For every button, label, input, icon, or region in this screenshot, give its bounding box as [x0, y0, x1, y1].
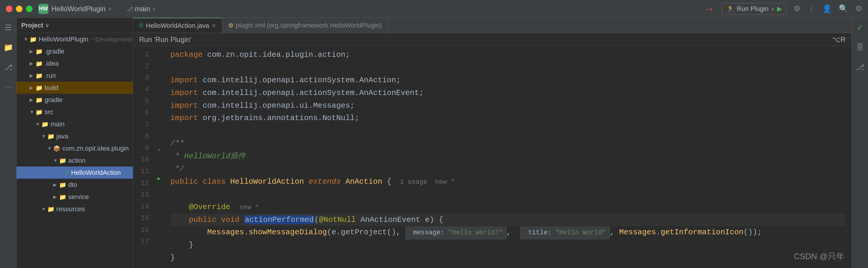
expand-arrow: ▼ — [53, 157, 58, 164]
tree-item-gradle[interactable]: ▶ 📁 gradle — [17, 94, 133, 106]
tree-item-dto[interactable]: ▶ 📁 dto — [17, 179, 133, 191]
watermark: CSDN @只年 — [794, 251, 844, 262]
tab-label: plugin.xml (org.springframework.HelloWor… — [236, 22, 382, 29]
run-plugin-button[interactable]: 🏃 Run Plugin ∨ ▶ — [722, 3, 786, 15]
project-chevron[interactable]: ∨ — [108, 6, 112, 11]
expand-arrow: ▶ — [30, 48, 34, 55]
code-line-4: import com.intellij.openapi.actionSystem… — [170, 87, 845, 99]
editor-area: © HelloWorldAction.java ✕ ⚙ plugin.xml (… — [133, 18, 851, 268]
sidebar-toggle-icon[interactable]: ☰ — [2, 21, 14, 35]
expand-arrow: ▶ — [53, 181, 58, 188]
tree-label: com.zn.opit.idea.plugin — [62, 143, 129, 153]
tree-item-gradle-dot[interactable]: ▶ 📁 .gradle — [17, 45, 133, 57]
project-view-icon[interactable]: 📁 — [1, 41, 16, 54]
tabs-bar: © HelloWorldAction.java ✕ ⚙ plugin.xml (… — [133, 18, 851, 33]
folder-icon: 📁 — [59, 193, 66, 202]
tree-item-package[interactable]: ▼ 📦 com.zn.opit.idea.plugin — [17, 142, 133, 154]
tree-item-main[interactable]: ▼ 📁 main — [17, 118, 133, 130]
java-file-icon: © — [65, 168, 69, 177]
project-header-chevron[interactable]: ∨ — [45, 22, 49, 29]
tab-close-button[interactable]: ✕ — [212, 23, 216, 29]
settings-icon[interactable]: ⚙ — [855, 4, 862, 13]
folder-icon: 📁 — [47, 132, 55, 141]
bean-gutter-icon[interactable]: ⚬ — [154, 146, 164, 155]
folder-icon: 📁 — [59, 181, 66, 189]
tab-helloworldaction[interactable]: © HelloWorldAction.java ✕ — [133, 18, 222, 33]
code-line-5: import com.intellij.openapi.ui.Messages; — [170, 99, 845, 112]
right-sidebar: ✓ 🗄 ⎇ — [851, 18, 868, 268]
more-icon[interactable]: ⋮ — [807, 4, 815, 13]
window-controls — [6, 6, 32, 12]
package-icon: 📦 — [53, 144, 61, 153]
code-line-8: /** — [170, 137, 845, 150]
gear-icon[interactable]: ⚙ — [794, 4, 800, 13]
git-icon[interactable]: ⎇ — [1, 60, 15, 74]
checkmark-icon[interactable]: ✓ — [855, 21, 866, 35]
maximize-button[interactable] — [26, 6, 32, 12]
tree-item-helloworldaction[interactable]: ▶ © HelloWorldAction — [17, 166, 133, 179]
tree-label: src — [44, 107, 53, 117]
tree-item-run-dot[interactable]: ▶ 📁 .run — [17, 70, 133, 82]
project-path: ~/Development/JavaProj... — [91, 35, 133, 44]
tree-label: build — [44, 83, 58, 92]
search-icon[interactable]: 🔍 — [839, 4, 848, 13]
run-gutter-icon[interactable]: ▶ — [154, 175, 164, 183]
sidebar: Project ∨ ▼ 📁 HelloWorldPlugin ~/Develop… — [17, 18, 133, 268]
close-button[interactable] — [6, 6, 12, 12]
code-line-14: public void actionPerformed(@NotNull AnA… — [170, 214, 845, 226]
expand-arrow: ▼ — [41, 133, 46, 140]
branch-chevron[interactable]: ∨ — [152, 6, 156, 11]
branch-icon: ⎇ — [126, 5, 133, 12]
code-editor[interactable]: 1 2 3 4 5 6 7 8 9 10 11 12 13 14 15 16 1… — [133, 46, 851, 268]
user-icon[interactable]: 👤 — [822, 4, 832, 13]
code-line-15: Messages.showMessageDialog(e.getProject(… — [170, 226, 845, 239]
tree-label: resources — [56, 204, 85, 214]
tree-label: java — [56, 131, 68, 141]
titlebar: HW HelloWorldPlugin ∨ ⎇ main ∨ → 🏃 Run P… — [0, 0, 868, 18]
tree-label: .run — [44, 71, 56, 80]
play-icon[interactable]: ▶ — [777, 5, 782, 13]
tree-label: service — [68, 192, 89, 202]
code-line-13: @Override new * — [170, 201, 845, 214]
code-line-7 — [170, 125, 845, 137]
activity-bar: ☰ 📁 ⎇ ⋯ — [0, 18, 17, 268]
git-branch-icon[interactable]: ⎇ — [853, 60, 867, 74]
tree-label: dto — [68, 180, 78, 190]
folder-icon: 📁 — [35, 59, 43, 68]
folder-icon: 📁 — [41, 120, 49, 129]
tab-label: HelloWorldAction.java — [146, 22, 209, 30]
line-numbers: 1 2 3 4 5 6 7 8 9 10 11 12 13 14 15 16 1… — [133, 46, 154, 268]
code-line-2 — [170, 61, 845, 74]
tree-item-resources[interactable]: ▼ 📁 resources — [17, 203, 133, 215]
run-arrow-icon: → — [704, 3, 715, 15]
code-content[interactable]: package com.zn.opit.idea.plugin.action; … — [164, 46, 851, 268]
expand-arrow: ▼ — [41, 206, 46, 213]
minimize-button[interactable] — [16, 6, 23, 12]
gutter-icons: ⚬ ▶ — [154, 46, 164, 268]
tree-item-build[interactable]: ▶ 📁 build — [17, 82, 133, 94]
run-bar-label[interactable]: Run 'Run Plugin' — [139, 35, 191, 44]
tree-item-java[interactable]: ▼ 📁 java — [17, 130, 133, 142]
expand-arrow: ▶ — [53, 193, 58, 200]
tree-item-idea[interactable]: ▶ 📁 .idea — [17, 57, 133, 70]
code-line-10: */ — [170, 163, 845, 176]
more-tools-icon[interactable]: ⋯ — [2, 80, 14, 94]
run-plugin-icon: 🏃 — [726, 5, 734, 13]
project-title: HelloWorldPlugin — [51, 5, 106, 13]
folder-icon: 📁 — [30, 35, 37, 44]
tab-plugin-xml[interactable]: ⚙ plugin.xml (org.springframework.HelloW… — [222, 18, 388, 33]
tree-item-action[interactable]: ▼ 📁 action — [17, 154, 133, 166]
code-line-17: } — [170, 251, 845, 264]
expand-arrow: ▼ — [24, 36, 28, 43]
tree-item-service[interactable]: ▶ 📁 service — [17, 191, 133, 203]
tree-item-helloworldplugin[interactable]: ▼ 📁 HelloWorldPlugin ~/Development/JavaP… — [17, 33, 133, 45]
run-plugin-dropdown-icon[interactable]: ∨ — [771, 6, 775, 12]
tree-item-src[interactable]: ▼ 📁 src — [17, 106, 133, 118]
tree-label: gradle — [44, 95, 63, 105]
main-layout: ☰ 📁 ⎇ ⋯ Project ∨ ▼ 📁 HelloWorldPlugin ~… — [0, 18, 868, 268]
database-icon[interactable]: 🗄 — [854, 41, 866, 54]
code-line-11: public class HelloWorldAction extends An… — [170, 176, 845, 188]
branch-name: main — [135, 5, 150, 13]
expand-arrow: ▶ — [30, 84, 34, 91]
tree-label: HelloWorldPlugin — [39, 34, 88, 44]
